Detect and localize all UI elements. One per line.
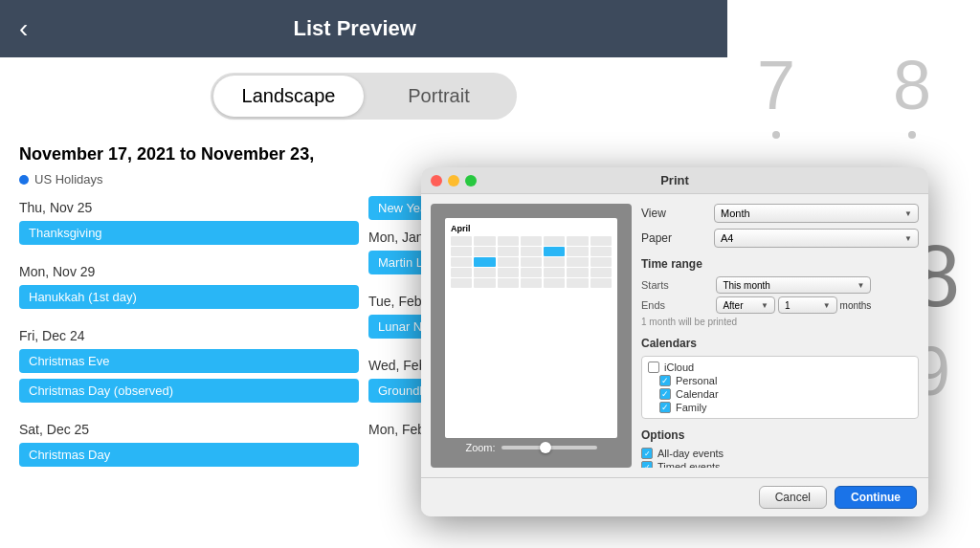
preview-cell (567, 236, 588, 246)
event-christmas-observed: Christmas Day (observed) (19, 379, 359, 403)
dialog-titlebar: Print (421, 167, 928, 194)
starts-value: This month (723, 280, 769, 291)
preview-cell (521, 257, 542, 267)
calendar-check-icon: ✓ (661, 389, 669, 399)
preview-cell (590, 247, 612, 256)
icloud-label: iCloud (664, 362, 694, 373)
ends-row: After ▼ 1 ▼ months (716, 296, 871, 314)
time-range-grid: Starts This month ▼ Ends After ▼ 1 ▼ (641, 276, 919, 327)
paper-select[interactable]: A4 ▼ (714, 229, 919, 248)
calendar-family: ✓ Family (648, 401, 912, 414)
date-sat-dec25: Sat, Dec 25 (19, 418, 359, 439)
landscape-option[interactable]: Landscape (213, 76, 364, 117)
date-range-header: November 17, 2021 to November 23, (19, 144, 708, 164)
legend-dot (19, 175, 29, 185)
page-title: List Preview (47, 16, 662, 41)
event-christmas-day: Christmas Day (19, 443, 359, 467)
calendar-label: Calendar (676, 388, 719, 400)
starts-select[interactable]: This month ▼ (716, 276, 871, 294)
event-hanukkah: Hanukkah (1st day) (19, 285, 359, 309)
ends-select[interactable]: After ▼ (716, 296, 775, 314)
spacer-3 (19, 408, 359, 414)
preview-cell (474, 247, 495, 256)
view-label: View (641, 207, 708, 220)
options-section-title: Options (641, 428, 919, 442)
preview-cell-h (474, 257, 495, 267)
print-settings-pane: View Month ▼ Paper A4 ▼ Time range Start… (641, 204, 919, 468)
ends-count-select[interactable]: 1 ▼ (778, 296, 837, 314)
preview-cell (521, 268, 542, 277)
ends-count: 1 (785, 300, 791, 311)
view-toggle-row: Landscape Portrait (0, 57, 727, 131)
ends-unit: months (840, 300, 872, 311)
preview-cell (590, 236, 612, 246)
dialog-body: April (421, 194, 928, 477)
preview-cell (590, 257, 612, 267)
paper-value: A4 (721, 232, 733, 244)
zoom-slider-thumb (540, 442, 551, 453)
preview-cell (567, 257, 588, 267)
time-range-section-title: Time range (641, 257, 919, 271)
zoom-label: Zoom: (465, 442, 495, 453)
opt-timed-checkbox[interactable]: ✓ (641, 461, 653, 468)
opt-allday-checkbox[interactable]: ✓ (641, 448, 653, 459)
paper-select-arrow: ▼ (904, 234, 912, 243)
bg-dot-7 (772, 131, 780, 139)
preview-page: April (445, 218, 617, 438)
preview-cell (498, 236, 519, 246)
view-select-arrow: ▼ (904, 209, 912, 218)
dialog-footer: Cancel Continue (421, 477, 928, 516)
calendar-checkbox[interactable]: ✓ (659, 388, 671, 400)
preview-cell (451, 268, 472, 277)
preview-cell (498, 247, 519, 256)
calendars-box: iCloud ✓ Personal ✓ Calendar ✓ (641, 356, 919, 419)
calendar-icloud: iCloud (648, 361, 912, 374)
icloud-checkbox[interactable] (648, 362, 659, 373)
calendar-calendar: ✓ Calendar (648, 387, 912, 401)
family-label: Family (676, 402, 706, 413)
preview-cell (498, 278, 519, 288)
preview-cell (567, 268, 588, 277)
preview-cell (544, 278, 565, 288)
view-setting-row: View Month ▼ (641, 204, 919, 223)
preview-cell (544, 236, 565, 246)
preview-cell (474, 268, 495, 277)
family-checkbox[interactable]: ✓ (659, 402, 671, 413)
personal-checkbox[interactable]: ✓ (659, 375, 671, 386)
date-mon-nov29: Mon, Nov 29 (19, 260, 359, 281)
close-button-icon[interactable] (431, 175, 442, 186)
print-preview-pane: April (431, 204, 632, 468)
bg-day-8: 8 (893, 48, 931, 123)
family-check-icon: ✓ (661, 403, 669, 412)
preview-cell-highlight (544, 247, 565, 256)
legend-label: US Holidays (34, 172, 103, 186)
minimize-button-icon[interactable] (448, 175, 459, 186)
opt-allday-label: All-day events (657, 448, 919, 459)
continue-button[interactable]: Continue (835, 486, 917, 509)
time-range-note: 1 month will be printed (641, 317, 919, 327)
view-toggle: Landscape Portrait (211, 73, 517, 120)
preview-cell (451, 236, 472, 246)
preview-cell (567, 278, 588, 288)
back-button[interactable]: ‹ (19, 15, 28, 42)
zoom-slider[interactable] (501, 446, 597, 449)
view-value: Month (721, 208, 750, 219)
opt-timed-label: Timed events (657, 461, 919, 468)
preview-cell (567, 247, 588, 256)
paper-setting-row: Paper A4 ▼ (641, 229, 919, 248)
preview-cell (498, 268, 519, 277)
preview-cell (451, 278, 472, 288)
preview-cell (590, 278, 612, 288)
preview-cell (544, 268, 565, 277)
maximize-button-icon[interactable] (465, 175, 477, 186)
bg-dot-8 (908, 131, 916, 139)
date-thu-nov25: Thu, Nov 25 (19, 196, 359, 217)
paper-label: Paper (641, 231, 708, 245)
portrait-option[interactable]: Portrait (364, 76, 514, 117)
personal-check-icon: ✓ (661, 376, 669, 385)
print-dialog: Print April (421, 167, 928, 516)
events-col-left: Thu, Nov 25 Thanksgiving Mon, Nov 29 Han… (19, 196, 359, 469)
view-select[interactable]: Month ▼ (714, 204, 919, 223)
calendar-personal: ✓ Personal (648, 374, 912, 387)
cancel-button[interactable]: Cancel (759, 486, 827, 509)
